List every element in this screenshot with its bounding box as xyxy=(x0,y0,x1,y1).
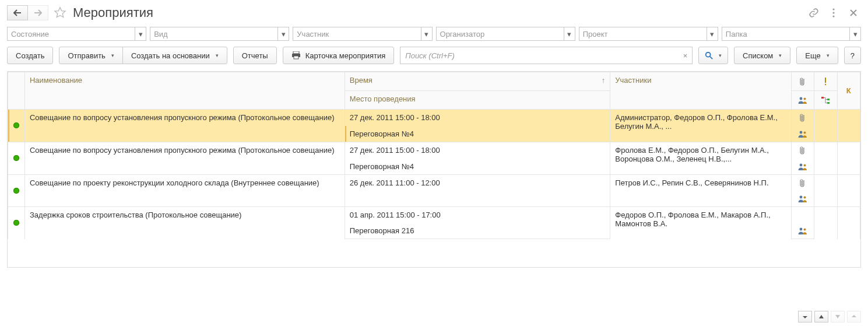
search-clear-button[interactable]: × xyxy=(679,47,693,64)
chevron-down-icon: ▾ xyxy=(719,52,722,58)
row-k xyxy=(837,142,860,175)
list-mode-button[interactable]: Списком▾ xyxy=(734,47,790,64)
row-priority xyxy=(814,207,837,239)
row-k xyxy=(837,175,860,207)
more-button[interactable]: Еще▾ xyxy=(796,47,838,64)
create-button[interactable]: Создать xyxy=(7,47,53,64)
people-icon xyxy=(796,130,809,138)
scroll-down-button xyxy=(831,311,845,323)
svg-point-11 xyxy=(804,97,806,100)
create-button-label: Создать xyxy=(16,51,44,60)
svg-point-10 xyxy=(800,97,803,100)
table-row[interactable]: Совещание по вопросу установления пропус… xyxy=(8,142,860,159)
row-people xyxy=(791,126,814,142)
scroll-bottom-button xyxy=(847,311,861,323)
table-row[interactable]: Совещание по вопросу установления пропус… xyxy=(8,110,860,127)
row-attach xyxy=(791,110,814,127)
row-members: Фролова Е.М., Федоров О.П., Белугин М.А.… xyxy=(610,142,792,175)
row-place xyxy=(345,191,610,207)
col-status[interactable] xyxy=(8,72,25,110)
svg-rect-8 xyxy=(825,78,826,83)
row-place: Переговорная №4 xyxy=(345,159,610,175)
filter-state[interactable]: ▾ xyxy=(7,27,146,41)
col-time[interactable]: Время↑ xyxy=(345,72,610,91)
row-name: Совещание по вопросу установления пропус… xyxy=(24,110,345,142)
svg-point-17 xyxy=(800,163,803,166)
col-place[interactable]: Место проведения xyxy=(345,91,610,110)
chevron-down-icon[interactable]: ▾ xyxy=(849,27,861,41)
svg-point-0 xyxy=(832,8,834,10)
people-icon xyxy=(796,96,809,104)
chevron-down-icon[interactable]: ▾ xyxy=(707,27,718,41)
nav-back-button[interactable] xyxy=(7,5,28,20)
col-k[interactable]: К xyxy=(837,72,860,110)
svg-point-6 xyxy=(706,52,711,57)
create-based-label: Создать на основании xyxy=(131,51,210,60)
events-table: Наименование Время↑ Участники К Место пр… xyxy=(7,71,861,268)
scroll-top-button[interactable] xyxy=(798,311,812,323)
link-icon[interactable] xyxy=(806,5,821,20)
filter-folder-input[interactable] xyxy=(722,27,849,41)
col-members[interactable]: Участники xyxy=(610,72,792,110)
row-k xyxy=(837,207,860,239)
table-row[interactable]: Совещание по проекту реконструкции холод… xyxy=(8,175,860,192)
chevron-down-icon[interactable]: ▾ xyxy=(277,27,289,41)
svg-rect-5 xyxy=(294,56,298,59)
svg-point-15 xyxy=(800,131,803,134)
filter-member[interactable]: ▾ xyxy=(293,27,432,41)
chevron-down-icon[interactable]: ▾ xyxy=(421,27,433,41)
filter-member-input[interactable] xyxy=(293,27,420,41)
svg-rect-9 xyxy=(825,84,826,85)
filter-state-input[interactable] xyxy=(7,27,135,41)
toolbar: Создать Отправить▾ Создать на основании▾… xyxy=(0,41,868,64)
hierarchy-icon xyxy=(819,96,832,104)
search-go-button[interactable]: ▾ xyxy=(698,47,728,64)
page-title: Мероприятия xyxy=(73,5,153,20)
filter-kind[interactable]: ▾ xyxy=(150,27,289,41)
reports-button-label: Отчеты xyxy=(242,51,268,60)
favorite-star-icon[interactable] xyxy=(52,5,68,21)
search-box[interactable]: × xyxy=(400,47,693,64)
row-attach xyxy=(791,142,814,159)
col-priority[interactable] xyxy=(814,72,837,91)
print-card-label: Карточка мероприятия xyxy=(305,51,386,60)
filter-project[interactable]: ▾ xyxy=(579,27,718,41)
paperclip-icon xyxy=(796,178,809,188)
svg-rect-13 xyxy=(827,99,830,100)
chevron-down-icon: ▾ xyxy=(111,52,114,58)
help-button[interactable]: ? xyxy=(844,47,861,64)
help-button-label: ? xyxy=(851,51,855,60)
reports-button[interactable]: Отчеты xyxy=(233,47,277,64)
status-dot xyxy=(8,175,25,207)
filter-project-input[interactable] xyxy=(579,27,707,41)
priority-icon xyxy=(819,77,832,86)
row-priority xyxy=(814,142,837,175)
row-attach xyxy=(791,175,814,192)
col-members-icon[interactable] xyxy=(791,91,814,110)
col-name[interactable]: Наименование xyxy=(24,72,345,110)
row-place: Переговорная 216 xyxy=(345,223,610,239)
send-button[interactable]: Отправить▾ xyxy=(59,47,122,64)
row-members: Администратор, Федоров О.П., Фролова Е.М… xyxy=(610,110,792,142)
kebab-menu-icon[interactable] xyxy=(826,5,841,20)
sort-asc-icon: ↑ xyxy=(602,76,606,85)
paperclip-icon xyxy=(796,113,809,122)
chevron-down-icon[interactable]: ▾ xyxy=(135,27,146,41)
create-based-on-button[interactable]: Создать на основании▾ xyxy=(122,47,227,64)
row-time: 27 дек. 2011 15:00 - 18:00 xyxy=(345,142,610,159)
filter-bar: ▾ ▾ ▾ ▾ ▾ ▾ xyxy=(0,23,868,41)
grid-empty-space xyxy=(8,239,860,267)
filter-organizer-input[interactable] xyxy=(436,27,564,41)
filter-kind-input[interactable] xyxy=(150,27,277,41)
scroll-up-button[interactable] xyxy=(814,311,828,323)
close-icon[interactable] xyxy=(846,5,861,20)
search-input[interactable] xyxy=(400,47,679,64)
col-attach[interactable] xyxy=(791,72,814,91)
filter-folder[interactable]: ▾ xyxy=(722,27,861,41)
col-tree-icon[interactable] xyxy=(814,91,837,110)
chevron-down-icon[interactable]: ▾ xyxy=(564,27,575,41)
filter-organizer[interactable]: ▾ xyxy=(436,27,575,41)
row-people xyxy=(791,191,814,207)
print-card-button[interactable]: Карточка мероприятия xyxy=(283,47,395,64)
table-row[interactable]: Задержка сроков строительства (Протоколь… xyxy=(8,207,860,223)
